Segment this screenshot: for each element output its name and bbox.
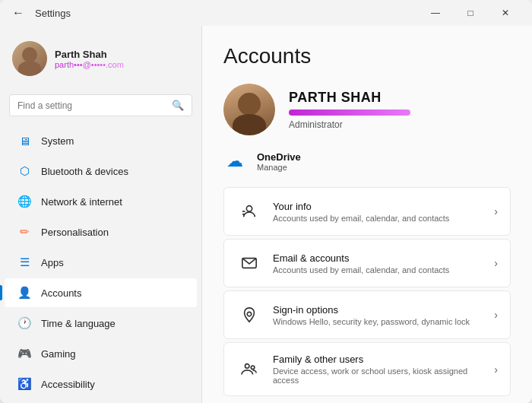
chevron-right-icon: ›: [494, 205, 498, 217]
your-info-icon: [236, 198, 262, 224]
onedrive-row: ☁ OneDrive Manage: [223, 151, 511, 172]
email-accounts-text: Email & accounts Accounts used by email,…: [273, 252, 494, 274]
account-header: PARTH SHAH Administrator: [223, 84, 511, 135]
onedrive-info: OneDrive Manage: [257, 151, 301, 172]
sidebar-item-personalisation[interactable]: ✏ Personalisation: [5, 217, 197, 246]
network-icon: 🌐: [17, 194, 32, 209]
maximize-button[interactable]: □: [453, 0, 488, 26]
sidebar-item-label: Accounts: [41, 287, 81, 299]
settings-item-your-info[interactable]: Your info Accounts used by email, calend…: [223, 187, 511, 236]
sidebar-item-label: Personalisation: [41, 227, 109, 238]
your-info-text: Your info Accounts used by email, calend…: [273, 201, 494, 223]
settings-window: ← Settings — □ ✕ Parth Shah parth•••@•••…: [0, 0, 532, 403]
apps-icon: ☰: [17, 255, 32, 270]
sidebar-avatar: [12, 41, 47, 76]
sidebar: Parth Shah parth•••@•••••.com 🔍 🖥 System…: [0, 26, 201, 403]
email-accounts-title: Email & accounts: [273, 252, 494, 264]
sidebar-item-label: Accessibility: [41, 379, 95, 390]
sidebar-item-gaming[interactable]: 🎮 Gaming: [5, 339, 197, 368]
titlebar-title: Settings: [35, 8, 418, 19]
sign-in-text: Sign-in options Windows Hello, security …: [273, 304, 494, 326]
chevron-right-icon: ›: [494, 257, 498, 269]
titlebar: ← Settings — □ ✕: [0, 0, 532, 26]
sidebar-item-label: System: [41, 135, 74, 147]
sidebar-user-name: Parth Shah: [55, 49, 124, 60]
sidebar-item-time[interactable]: 🕐 Time & language: [5, 309, 197, 338]
main-panel: Accounts PARTH SHAH Administrator ☁ OneD…: [201, 26, 532, 403]
search-icon: 🔍: [172, 100, 184, 111]
email-accounts-desc: Accounts used by email, calendar, and co…: [273, 265, 494, 274]
svg-point-6: [251, 365, 255, 369]
settings-item-family[interactable]: Family & other users Device access, work…: [223, 342, 511, 396]
family-text: Family & other users Device access, work…: [273, 354, 494, 385]
chevron-right-icon: ›: [494, 309, 498, 321]
system-icon: 🖥: [17, 133, 32, 148]
accessibility-icon: ♿: [17, 376, 32, 392]
time-icon: 🕐: [17, 316, 32, 331]
sign-in-title: Sign-in options: [273, 304, 494, 316]
svg-point-4: [247, 312, 252, 316]
sign-in-desc: Windows Hello, security key, password, d…: [273, 317, 494, 326]
onedrive-name: OneDrive: [257, 151, 301, 163]
svg-point-0: [246, 206, 252, 211]
sidebar-item-label: Bluetooth & devices: [41, 166, 128, 177]
account-details: PARTH SHAH Administrator: [289, 90, 410, 130]
account-name: PARTH SHAH: [289, 90, 410, 106]
onedrive-icon: ☁: [226, 151, 248, 172]
close-button[interactable]: ✕: [488, 0, 523, 26]
sidebar-user-profile[interactable]: Parth Shah parth•••@•••••.com: [0, 32, 201, 85]
settings-item-sign-in[interactable]: Sign-in options Windows Hello, security …: [223, 290, 511, 339]
sidebar-item-label: Gaming: [41, 348, 76, 360]
sidebar-item-label: Network & internet: [41, 196, 122, 208]
your-info-desc: Accounts used by email, calendar, and co…: [273, 214, 494, 223]
bluetooth-icon: ⬡: [17, 163, 32, 179]
account-avatar: [223, 84, 275, 135]
gaming-icon: 🎮: [17, 346, 32, 361]
sidebar-item-accounts[interactable]: 👤 Accounts: [5, 278, 197, 307]
sidebar-item-label: Time & language: [41, 318, 116, 329]
minimize-button[interactable]: —: [418, 0, 453, 26]
sign-in-icon: [236, 302, 262, 328]
svg-point-5: [245, 363, 250, 368]
window-controls: — □ ✕: [418, 0, 523, 26]
accounts-icon: 👤: [17, 285, 32, 300]
sidebar-item-label: Apps: [41, 257, 64, 268]
family-title: Family & other users: [273, 354, 494, 365]
back-button[interactable]: ←: [9, 3, 27, 23]
search-input[interactable]: [17, 100, 172, 111]
sidebar-item-system[interactable]: 🖥 System: [5, 126, 197, 155]
sidebar-item-accessibility[interactable]: ♿ Accessibility: [5, 370, 197, 398]
sidebar-item-privacy[interactable]: 🔒 Privacy & security: [5, 400, 197, 403]
settings-item-email-accounts[interactable]: Email & accounts Accounts used by email,…: [223, 239, 511, 287]
sidebar-user-email: parth•••@•••••.com: [55, 60, 124, 69]
account-role: Administrator: [289, 119, 410, 130]
search-box[interactable]: 🔍: [9, 94, 192, 116]
sidebar-item-network[interactable]: 🌐 Network & internet: [5, 187, 197, 216]
family-icon: [236, 357, 262, 382]
page-title: Accounts: [223, 44, 511, 68]
email-accounts-icon: [236, 250, 262, 276]
your-info-title: Your info: [273, 201, 494, 212]
personalisation-icon: ✏: [17, 224, 32, 240]
settings-list: Your info Accounts used by email, calend…: [223, 187, 511, 396]
onedrive-manage[interactable]: Manage: [257, 163, 301, 172]
chevron-right-icon: ›: [494, 363, 498, 376]
sidebar-item-bluetooth[interactable]: ⬡ Bluetooth & devices: [5, 157, 197, 186]
sidebar-user-info: Parth Shah parth•••@•••••.com: [55, 49, 124, 69]
content-area: Parth Shah parth•••@•••••.com 🔍 🖥 System…: [0, 26, 532, 403]
account-email-bar: [289, 109, 410, 116]
family-desc: Device access, work or school users, kio…: [273, 367, 494, 385]
sidebar-item-apps[interactable]: ☰ Apps: [5, 248, 197, 277]
